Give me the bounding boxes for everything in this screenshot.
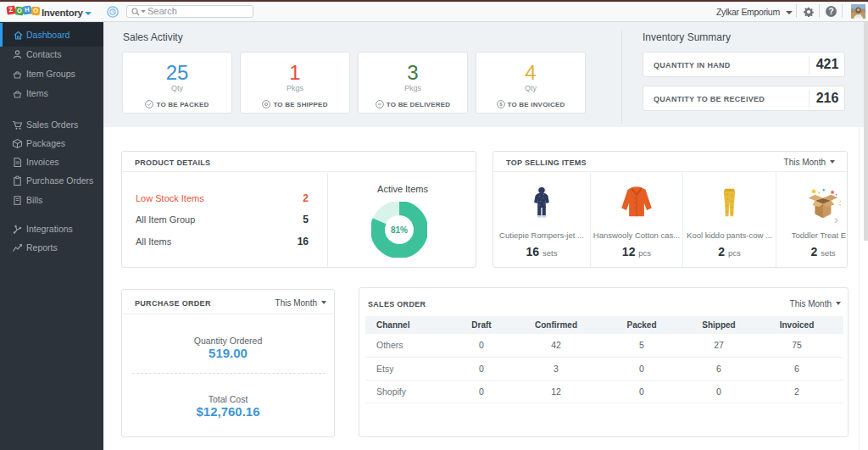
svg-text:81%: 81%	[391, 225, 408, 235]
svg-text:$: $	[499, 102, 503, 107]
